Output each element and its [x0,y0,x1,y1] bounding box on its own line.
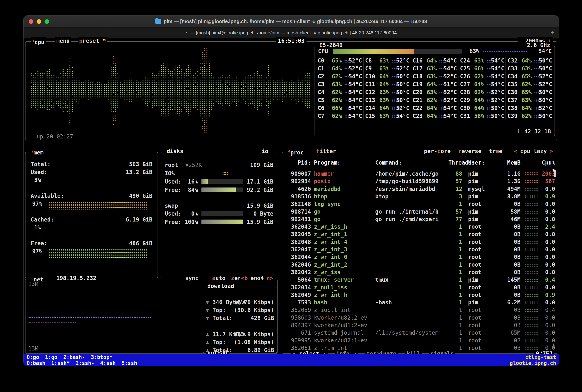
cpu-core-cell: C3864%52°C [507,105,553,112]
core-temp: 54°C [348,97,362,104]
cpu-box-title[interactable]: 1cpu [31,38,46,46]
proc-user: root [468,314,501,322]
tmux-window[interactable]: 1:ssh* [51,360,70,366]
proc-program: z_wr_iss_h [314,223,373,230]
tab-title[interactable]: ~ — [mosh] pim@glootie.ipng.ch: /home/pi… [186,30,397,36]
tmux-window[interactable]: 2:bash- [63,354,85,360]
proc-cpu-meter [525,233,539,236]
proc-user: mysql [468,186,501,193]
process-row[interactable]: 362043z_wr_iss_h1root0B2.4 [284,223,555,230]
core-name: C8 [365,57,372,64]
proc-threads: 1 [448,284,462,291]
process-row[interactable]: 958603kworker/u82:2-ev1root0B0.0 [284,314,555,322]
minimize-button[interactable] [36,19,41,24]
tmux-window[interactable]: 1:go [45,354,57,360]
process-row[interactable]: 902431gogo run ./cmd/experi77pim46M0.0 [284,216,555,223]
tmux-right-label: glootie.ipng.ch [510,360,556,366]
core-usage: 63% [376,112,389,120]
disk-swap-free-value: 15.9 GiB [247,218,273,226]
tmux-window[interactable]: 0:go [27,354,39,360]
process-row[interactable]: 4626mariadbd/usr/sbin/mariadbd12mysql494… [284,186,555,193]
titlebar[interactable]: pim — [mosh] pim@glootie.ipng.ch: /home/… [23,16,559,28]
process-row[interactable]: 902934posix/tmp/go-build59889957pim1.3G5… [284,178,555,185]
cpu-option-preset-[interactable]: preset * [78,38,107,44]
tmux-window[interactable]: 3:btop* [91,354,113,360]
net-sync-label[interactable]: sync [184,275,200,282]
process-row[interactable]: 362044z_wr_int_01root0B0.0 [284,254,555,261]
disks-io-title[interactable]: io [260,148,270,155]
proc-command: /usr/sbin/mariadbd [375,186,447,193]
tmux-window[interactable]: 5:ssh [122,360,137,366]
core-usage: 62% [471,73,484,80]
core-name: C38 [508,105,518,112]
process-row[interactable]: 362049z_wr_int_h1root0B0.9 [284,292,555,299]
core-usage: 64% [519,57,532,64]
terminal-window: pim — [mosh] pim@glootie.ipng.ch: /home/… [23,16,559,366]
mem-used-value: 13.2 GiB [126,169,152,176]
proc-cpu: 0.0 [539,269,555,276]
cpu-core-cell: C3465%52°C [507,73,553,81]
tmux-window[interactable]: 2:ssh- [76,360,94,366]
process-row[interactable]: 362148txg_sync1root0B0.0 [284,200,555,208]
proc-mem: 0B [502,200,521,208]
process-row[interactable]: 362042z_wr_iss1root0B0.0 [284,269,555,276]
upload-top-value: (1.08 Mibps) [234,339,274,346]
disks-box-title[interactable]: disks [165,148,185,155]
process-row[interactable]: 362034z_null_iss1root0B0.0 [284,284,555,291]
proc-pid: 909995 [284,337,311,344]
cpu-core-column: C3264%50°CC3363%50°CC3465%52°CC3562%52°C… [507,57,553,120]
process-row[interactable]: 362048z_wr_int_41root0B0.0 [284,238,555,246]
process-row[interactable]: 909007hammer/home/pim/.cache/go88pim1.1G… [284,170,555,178]
process-row[interactable]: 909995kworker/u82:1-ev1root0B0.0 [284,337,555,344]
proc-mem: 6.2M [502,299,521,306]
proc-pid: 362048 [284,238,311,246]
cpu-core-cell: C3064%50°C [459,105,506,112]
net-next-interface-button[interactable]: n> [266,275,273,282]
proc-cpu: 0.0 [539,329,555,336]
cpu-core-cell: C1763%54°C [412,65,458,73]
process-row[interactable]: 918536btopbtop3pim8.8M0.9 [284,193,555,200]
new-tab-button[interactable]: + [551,29,555,36]
rate-decrease-button[interactable]: - [519,38,523,44]
process-row[interactable]: 362059z_ioctl_int1root0B0.4 [284,306,555,314]
memory-box-title[interactable]: 2mem [30,148,45,156]
core-temp: 50°C [396,89,409,96]
core-temp: 54°C [443,57,457,64]
process-row[interactable]: 5064tmux: servertmux1pim145M0.4 [284,276,555,284]
process-row[interactable]: 894397kworker/u81:2-ev1root0B0.0 [284,322,555,329]
process-row[interactable]: 671systemd-journal/lib/systemd/system1ro… [284,329,555,336]
mem-available-row: Available: 490 GiB [31,192,152,200]
core-usage: 64% [471,81,484,88]
close-button[interactable] [29,19,33,24]
process-row[interactable]: 362045z_wr_int_11root0B0.0 [284,231,555,238]
mem-free-meter [49,248,151,258]
net-prev-interface-button[interactable]: <b [241,275,248,282]
net-option-auto[interactable]: auto [211,275,227,282]
traffic-lights [29,19,49,24]
tmux-window[interactable]: 0:bash [27,360,45,366]
zoom-button[interactable] [44,19,49,24]
process-row[interactable]: 908714gogo run ./internal/h57pim58M0.0 [284,208,555,216]
core-name: C27 [460,81,470,88]
core-usage: 64% [424,105,437,112]
cpu-core-cell: C065%52°C [317,57,363,65]
process-row[interactable]: 7593bash-bash1pim6.2M0.0 [284,299,555,306]
proc-threads: 1 [448,276,462,284]
scroll-down-icon[interactable]: ↓ [552,341,555,348]
process-row[interactable]: 362046z_wr_int_21root0B0.0 [284,261,555,268]
cpu-core-cell: C2964%52°C [459,97,506,105]
proc-cpu-meter [525,294,539,297]
core-usage: 62% [519,112,532,120]
tmux-window[interactable]: 4:ssh [100,360,116,366]
cpu-core-cell: C3763%50°C [507,97,553,105]
proc-scrollbar-thumb[interactable] [554,170,556,177]
proc-cpu: 0.0 [539,216,555,223]
proc-threads: 1 [448,269,462,276]
process-row[interactable]: 362047z_wr_int_31root0B0.0 [284,246,555,253]
proc-program: z_ioctl_int [314,306,373,314]
proc-command: btop [375,193,447,200]
core-temp: 52°C [443,97,457,104]
core-temp: 54°C [443,105,457,112]
cpu-option-menu[interactable]: menu [55,38,71,44]
proc-program: systemd-journal [314,329,373,336]
